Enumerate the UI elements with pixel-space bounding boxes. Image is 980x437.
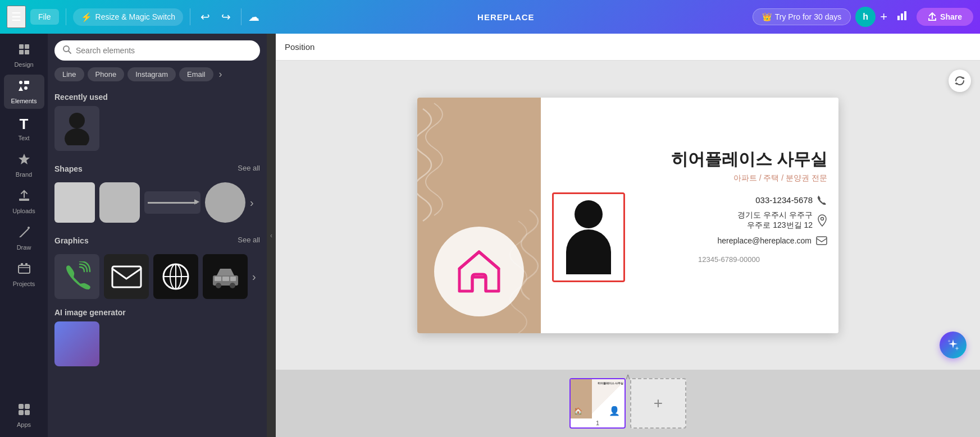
person-head [575, 200, 603, 228]
card-logo-circle [434, 227, 524, 316]
sidebar-item-text[interactable]: T Text [4, 111, 44, 146]
graphic-car[interactable] [203, 254, 248, 299]
filter-chip-instagram[interactable]: Instagram [127, 67, 176, 81]
sidebar-item-uploads[interactable]: Uploads [4, 185, 44, 219]
stats-button[interactable] [892, 8, 912, 26]
thumbnail-home-icon: 🏠 [574, 407, 582, 415]
mail-icon [111, 264, 142, 289]
shapes-more-button[interactable]: › [250, 196, 254, 209]
card-left-section [417, 98, 541, 333]
try-pro-button[interactable]: 👑 Try Pro for 30 days [753, 8, 851, 25]
brand-icon [17, 153, 31, 169]
svg-point-7 [19, 81, 22, 84]
draw-icon [17, 226, 31, 242]
svg-point-23 [69, 113, 85, 128]
thumbnail-collapse-button[interactable]: ∧ [625, 372, 631, 381]
sidebar-item-elements[interactable]: Elements [4, 75, 44, 109]
resize-magic-switch-button[interactable]: ⚡ Resize & Magic Switch [73, 8, 183, 26]
shape-circle[interactable] [205, 182, 245, 223]
graphic-phone[interactable] [54, 254, 99, 299]
phone-icon [62, 261, 93, 292]
card-person-image[interactable] [552, 192, 625, 282]
redo-button[interactable]: ↪ [218, 8, 234, 26]
shapes-grid: › [54, 182, 260, 223]
shapes-see-all-button[interactable]: See all [238, 164, 260, 172]
business-card: 히어플레이스 사무실 아파트 / 주택 / 분양권 전문 [417, 98, 838, 333]
ai-generator-preview[interactable] [54, 321, 99, 366]
menu-icon[interactable]: ☰ [7, 6, 26, 28]
sidebar-item-label: Projects [13, 280, 35, 287]
person-figure [566, 200, 611, 274]
graphics-see-all-button[interactable]: See all [238, 236, 260, 244]
sidebar-item-design[interactable]: Design [4, 38, 44, 72]
graphics-grid: › [54, 254, 260, 299]
svg-rect-5 [19, 50, 24, 54]
sidebar-item-projects[interactable]: Projects [4, 257, 44, 292]
topbar: ☰ File ⚡ Resize & Magic Switch ↩ ↪ ☁ HER… [0, 0, 980, 34]
crown-icon: 👑 [762, 12, 772, 21]
ai-generator-grid [54, 321, 260, 366]
filter-more-button[interactable]: › [217, 67, 225, 81]
filter-chips: Line Phone Instagram Email › [48, 65, 267, 86]
sidebar-item-label: Draw [17, 244, 31, 251]
design-icon [17, 43, 31, 59]
svg-marker-11 [19, 154, 30, 164]
divider-2 [190, 8, 190, 25]
thumbnail-person-icon: 👤 [609, 406, 620, 416]
sidebar-item-draw[interactable]: Draw [4, 221, 44, 255]
shape-line-arrow[interactable] [144, 191, 200, 214]
svg-rect-18 [25, 404, 30, 409]
card-contact-info: 033-1234-5678 경기도 우주시 우주구 우주로 123번길 12 [631, 192, 827, 264]
sidebar-item-label: Text [18, 135, 29, 141]
email-address: hereplace@hereplace.com [717, 236, 812, 245]
magic-assistant-button[interactable] [940, 332, 967, 358]
panel-collapse-handle[interactable]: ‹ [267, 34, 276, 437]
sidebar-item-brand[interactable]: Brand [4, 148, 44, 182]
share-button[interactable]: Share [917, 8, 973, 26]
cloud-save-button[interactable]: ☁ [248, 10, 259, 24]
refresh-button[interactable] [949, 70, 971, 92]
svg-rect-35 [230, 277, 236, 281]
car-icon [210, 264, 241, 289]
search-icon [62, 45, 71, 56]
canvas-scroll[interactable]: 히어플레이스 사무실 아파트 / 주택 / 분양권 전문 [276, 61, 980, 370]
filter-chip-email[interactable]: Email [179, 67, 213, 81]
undo-button[interactable]: ↩ [197, 8, 213, 26]
graphics-title: Graphics [54, 236, 89, 245]
svg-rect-34 [222, 277, 229, 281]
graphics-section-header: Graphics See all [54, 229, 260, 250]
search-bar [54, 40, 260, 61]
card-right-section: 히어플레이스 사무실 아파트 / 주택 / 분양권 전문 [541, 98, 838, 333]
thumbnail-page-1[interactable]: 히어플레이스 사무실 🏠 👤 1 [569, 378, 626, 429]
recent-person-element[interactable] [54, 106, 99, 151]
add-team-button[interactable]: + [880, 10, 887, 24]
svg-rect-37 [817, 237, 827, 245]
shape-rounded-rect[interactable] [99, 182, 140, 223]
shapes-title: Shapes [54, 164, 83, 173]
user-avatar[interactable]: h [855, 7, 876, 27]
thumbnail-add-page-button[interactable]: + [630, 378, 686, 429]
filter-chip-phone[interactable]: Phone [88, 67, 125, 81]
card-title: 히어플레이스 사무실 [552, 148, 827, 171]
graphic-mail[interactable] [104, 254, 149, 299]
svg-rect-25 [112, 266, 141, 287]
resize-label: Resize & Magic Switch [95, 12, 175, 21]
home-icon [451, 243, 507, 300]
graphics-more-button[interactable]: › [252, 270, 256, 283]
magic-icon [946, 338, 960, 352]
svg-rect-15 [21, 263, 23, 265]
svg-point-31 [216, 283, 221, 288]
svg-rect-4 [25, 44, 29, 49]
file-button[interactable]: File [30, 9, 59, 25]
sidebar-item-apps[interactable]: Apps [4, 398, 44, 433]
shape-square[interactable] [54, 182, 95, 223]
globe-icon [161, 261, 192, 292]
thumbnail-text: 히어플레이스 사무실 [598, 381, 623, 385]
card-subtitle: 아파트 / 주택 / 분양권 전문 [552, 173, 827, 183]
left-panel: Line Phone Instagram Email › Recently us… [48, 34, 267, 437]
lightning-icon: ⚡ [81, 12, 92, 22]
filter-chip-line[interactable]: Line [54, 67, 84, 81]
graphic-globe[interactable] [153, 254, 198, 299]
search-input[interactable] [76, 46, 252, 55]
text-icon: T [20, 116, 29, 133]
